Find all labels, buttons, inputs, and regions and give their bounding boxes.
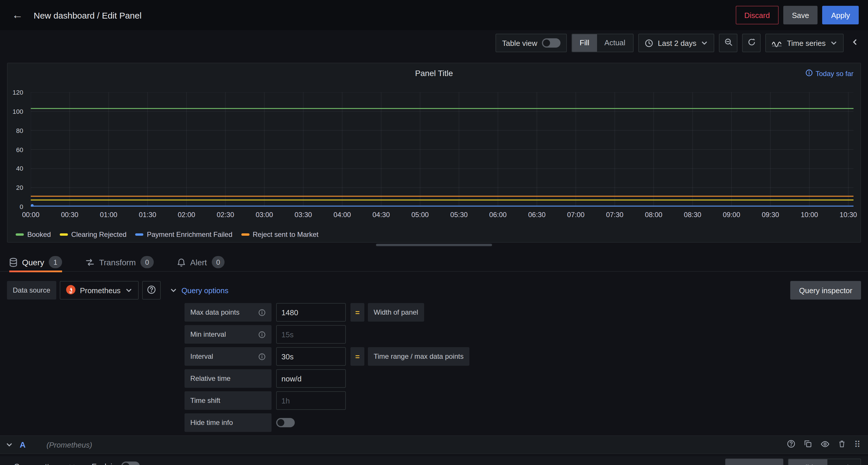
visualization-label: Time series	[787, 38, 826, 47]
query-patterns-dropdown[interactable]: Query patterns	[14, 459, 75, 465]
legend-label: Payment Enrichment Failed	[147, 230, 232, 239]
min-interval-input[interactable]	[276, 325, 346, 344]
query-row-datasource: (Prometheus)	[46, 440, 92, 449]
builder-button[interactable]: Builder	[789, 459, 827, 465]
x-tick-label: 07:00	[567, 211, 585, 219]
interval-input[interactable]	[276, 347, 346, 366]
x-tick-label: 02:30	[217, 211, 234, 219]
code-button[interactable]: Code	[827, 459, 861, 465]
discard-button[interactable]: Discard	[736, 6, 779, 24]
today-so-far-label: Today so far	[815, 70, 854, 78]
y-tick-label: 80	[16, 127, 24, 134]
delete-query-button[interactable]	[838, 439, 846, 450]
chart-plot[interactable]	[31, 92, 854, 207]
option-label: Interval	[190, 352, 213, 360]
tab-transform[interactable]: Transform 0	[85, 253, 154, 271]
angle-left-icon	[851, 38, 859, 48]
x-tick-label: 02:00	[178, 211, 195, 219]
query-options-toggle[interactable]: Query options	[170, 286, 228, 295]
equals-badge: =	[350, 347, 364, 366]
toggle-visibility-button[interactable]	[820, 439, 830, 450]
duplicate-query-button[interactable]	[804, 439, 812, 450]
datasource-label: Data source	[7, 281, 56, 299]
x-tick-label: 10:30	[840, 211, 857, 219]
option-label: Time shift	[190, 397, 220, 405]
legend-item[interactable]: Payment Enrichment Failed	[135, 230, 232, 239]
interval-row: Interval = Time range / max data points	[185, 347, 469, 366]
save-button[interactable]: Save	[783, 6, 818, 24]
zoom-out-button[interactable]	[719, 34, 738, 52]
grafana-edit-panel: ← New dashboard / Edit Panel Discard Sav…	[0, 0, 868, 465]
interval-label: Interval	[185, 347, 272, 366]
eye-icon	[820, 439, 830, 450]
tab-transform-count: 0	[141, 256, 153, 268]
time-range-label: Last 2 days	[658, 38, 696, 47]
x-tick-label: 01:30	[139, 211, 156, 219]
chevron-down-icon	[170, 287, 177, 294]
tab-query[interactable]: Query 1	[9, 253, 62, 271]
panel: Panel Title Today so far 020406080100120…	[7, 63, 861, 243]
query-row-collapse-button[interactable]	[6, 441, 13, 448]
time-shift-input[interactable]	[276, 391, 346, 410]
visualization-picker[interactable]: Time series	[766, 34, 844, 52]
legend-item[interactable]: Reject sent to Market	[241, 230, 318, 239]
option-label: Min interval	[190, 330, 226, 339]
option-label: Hide time info	[190, 418, 233, 427]
toggle-knob	[277, 419, 284, 426]
today-so-far-link[interactable]: Today so far	[805, 69, 854, 78]
query-row-a: A (Prometheus)	[0, 435, 868, 454]
query-ref-id[interactable]: A	[20, 440, 26, 449]
legend-item[interactable]: Clearing Rejected	[59, 230, 126, 239]
footer-right: Run queries Builder Code	[725, 459, 861, 465]
panel-resize-handle[interactable]	[376, 244, 492, 246]
tab-transform-label: Transform	[99, 258, 136, 267]
x-tick-label: 00:00	[22, 211, 39, 219]
apply-button[interactable]: Apply	[823, 6, 859, 24]
query-options-panel: Max data points = Width of panel Min int…	[185, 303, 469, 432]
explain-toggle[interactable]	[121, 462, 140, 465]
datasource-picker[interactable]: Prometheus	[59, 281, 138, 299]
info-circle-icon	[258, 353, 266, 360]
x-tick-label: 04:00	[334, 211, 351, 219]
collapse-pane-button[interactable]	[848, 34, 861, 52]
x-tick-label: 01:00	[100, 211, 117, 219]
topbar: ← New dashboard / Edit Panel Discard Sav…	[0, 0, 868, 30]
panel-toolbar: Table view Fill Actual Last 2 days	[496, 34, 861, 52]
datasource-name: Prometheus	[80, 286, 120, 295]
relative-time-label: Relative time	[185, 369, 272, 388]
tab-query-count: 1	[49, 256, 62, 268]
time-range-picker[interactable]: Last 2 days	[638, 34, 715, 52]
info-circle-icon	[258, 330, 266, 338]
legend-swatch	[241, 233, 249, 236]
time-shift-label: Time shift	[185, 391, 272, 410]
run-queries-button[interactable]: Run queries	[725, 459, 783, 465]
table-view-toggle[interactable]	[542, 38, 560, 48]
back-button[interactable]: ←	[9, 7, 26, 23]
legend-label: Booked	[27, 230, 51, 239]
query-inspector-button[interactable]: Query inspector	[790, 281, 861, 299]
x-tick-label: 07:30	[606, 211, 623, 219]
fill-button[interactable]: Fill	[572, 34, 597, 52]
table-view-label: Table view	[502, 38, 537, 47]
explain-control: Explain	[92, 459, 140, 465]
query-help-button[interactable]	[787, 439, 796, 450]
drag-handle[interactable]: ⠿	[854, 439, 860, 450]
max-data-points-input[interactable]	[276, 303, 346, 322]
chevron-down-icon	[6, 441, 13, 448]
actual-button[interactable]: Actual	[597, 34, 633, 52]
legend-swatch	[16, 233, 24, 236]
legend-swatch	[135, 233, 143, 236]
refresh-button[interactable]	[742, 34, 761, 52]
legend-item[interactable]: Booked	[16, 230, 51, 239]
tab-alert[interactable]: Alert 0	[177, 253, 225, 271]
editor-tabs: Query 1 Transform 0 Alert 0	[0, 253, 868, 272]
question-circle-icon	[787, 439, 796, 450]
relative-time-input[interactable]	[276, 369, 346, 388]
bell-icon	[177, 258, 186, 267]
datasource-help-button[interactable]	[142, 281, 161, 299]
hide-time-info-toggle[interactable]	[276, 418, 295, 427]
x-tick-label: 09:00	[723, 211, 740, 219]
y-tick-label: 100	[12, 108, 23, 115]
x-tick-label: 04:30	[372, 211, 390, 219]
equals-badge: =	[350, 303, 364, 322]
